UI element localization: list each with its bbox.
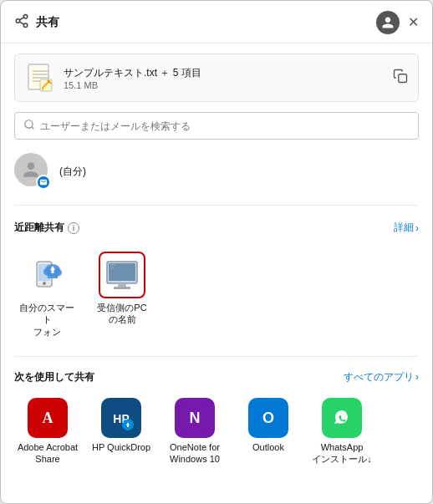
share-section-title: 次を使用して共有 [14, 370, 94, 384]
avatar[interactable] [376, 11, 400, 34]
whatsapp-label: WhatsApp インストール↓ [312, 441, 372, 466]
self-phone-label: 自分のスマート フォン [18, 302, 76, 338]
file-icon [25, 63, 55, 93]
svg-rect-26 [52, 269, 54, 273]
svg-text:N: N [190, 410, 201, 426]
app-item-outlook[interactable]: O Outlook [235, 398, 302, 453]
nearby-info-icon[interactable]: i [68, 222, 79, 234]
nearby-detail-link[interactable]: 詳細 › [394, 221, 419, 235]
outlook-icon: O [248, 398, 288, 438]
svg-rect-39 [127, 425, 129, 427]
divider2 [14, 356, 419, 357]
acrobat-label: Adobe Acrobat Share [18, 441, 78, 466]
file-info: サンプルテキスト.txt ＋ 5 項目 15.1 MB [64, 66, 385, 90]
nearby-item-receiver-pc[interactable]: 受信側のPCの名前 [89, 248, 155, 329]
divider1 [14, 205, 419, 206]
hpquickdrop-label: HP QuickDrop [92, 441, 150, 453]
onenote-icon: N [175, 398, 215, 438]
acrobat-icon: A [28, 398, 68, 438]
svg-rect-15 [399, 74, 407, 83]
receiver-pc-label: 受信側のPCの名前 [93, 302, 151, 326]
apps-grid: A Adobe Acrobat Share HP [14, 395, 419, 472]
svg-text:O: O [262, 410, 274, 426]
share-window: 共有 ✕ [0, 0, 433, 504]
svg-text:A: A [43, 410, 53, 426]
contact-name: (自分) [59, 165, 86, 179]
nearby-item-self-phone[interactable]: 自分のスマート フォン [14, 248, 79, 341]
outlook-label: Outlook [252, 441, 284, 453]
app-item-onenote[interactable]: N OneNote for Windows 10 [161, 398, 228, 466]
search-row [14, 112, 419, 140]
svg-line-17 [32, 127, 34, 130]
app-item-hpquickdrop[interactable]: HP HP QuickDrop [88, 398, 155, 453]
onenote-label: OneNote for Windows 10 [170, 441, 220, 466]
hpquickdrop-icon: HP [101, 398, 141, 438]
all-apps-link[interactable]: すべてのアプリ › [344, 370, 419, 384]
close-button[interactable]: ✕ [408, 16, 419, 29]
share-section-header: 次を使用して共有 すべてのアプリ › [14, 370, 419, 384]
share-icon [14, 13, 29, 32]
nearby-section-header: 近距離共有 i 詳細 › [14, 221, 419, 235]
window-title: 共有 [36, 15, 369, 30]
file-name: サンプルテキスト.txt ＋ 5 項目 [64, 66, 385, 80]
contact-badge [36, 175, 51, 190]
nearby-grid: 自分のスマート フォン [14, 245, 419, 344]
svg-rect-28 [109, 263, 135, 281]
svg-line-4 [19, 18, 23, 20]
whatsapp-icon [322, 398, 362, 438]
copy-icon[interactable] [393, 69, 408, 87]
search-icon [23, 119, 35, 133]
app-item-whatsapp[interactable]: WhatsApp インストール↓ [308, 398, 375, 466]
self-phone-icon-wrap [23, 252, 70, 298]
receiver-pc-icon-wrap [99, 252, 145, 298]
svg-point-16 [25, 120, 33, 128]
file-row: サンプルテキスト.txt ＋ 5 項目 15.1 MB [14, 53, 419, 102]
app-item-acrobat[interactable]: A Adobe Acrobat Share [14, 398, 81, 466]
svg-point-20 [43, 282, 46, 285]
file-size: 15.1 MB [64, 80, 385, 90]
main-content: サンプルテキスト.txt ＋ 5 項目 15.1 MB [1, 43, 432, 503]
titlebar: 共有 ✕ [1, 1, 432, 43]
search-input[interactable] [40, 120, 410, 132]
svg-line-3 [19, 22, 23, 24]
contact-row: (自分) [14, 150, 419, 193]
contact-avatar-wrap [14, 153, 51, 190]
nearby-title: 近距離共有 i [14, 221, 79, 235]
svg-rect-30 [114, 287, 130, 289]
titlebar-actions: ✕ [376, 11, 419, 34]
